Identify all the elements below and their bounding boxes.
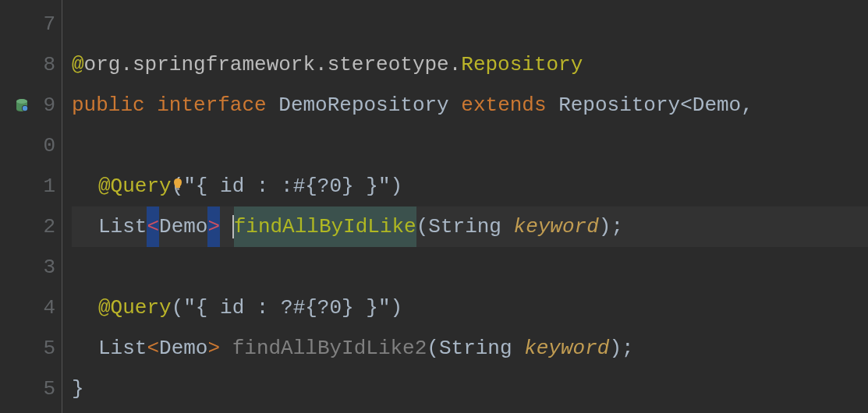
keyword-interface: interface: [157, 85, 266, 125]
query-annotation: @Query: [98, 288, 172, 328]
angle-bracket-open: <: [147, 328, 159, 369]
gutter-row: 3: [0, 247, 55, 288]
query-string: "{ id : :#{?0} }": [183, 166, 390, 206]
param-name: keyword: [524, 328, 609, 369]
line-number: 8: [43, 44, 55, 85]
keyword-public: public: [72, 85, 145, 125]
keyword-extends: extends: [461, 85, 546, 125]
method-name: findAllByIdLike2: [232, 328, 427, 369]
line-number: 1: [43, 166, 55, 206]
svg-point-3: [23, 106, 27, 111]
semicolon: ;: [611, 206, 623, 247]
line-number: 4: [43, 288, 55, 328]
return-type: List: [98, 328, 147, 369]
gutter-row: 5: [0, 328, 55, 369]
line-number: 5: [43, 369, 55, 409]
gutter-row: 0: [0, 125, 55, 166]
line-number: 9: [43, 85, 55, 125]
gutter-row: 2: [0, 206, 55, 247]
code-line[interactable]: [72, 247, 868, 288]
code-line[interactable]: [72, 125, 868, 166]
code-line[interactable]: }: [72, 369, 868, 409]
query-string: "{ id : ?#{?0} }": [183, 288, 390, 328]
gutter-row: 8: [0, 44, 55, 85]
type-param: Demo: [693, 85, 741, 125]
code-line[interactable]: List<Demo> findAllByIdLike2(String keywo…: [72, 328, 868, 369]
code-area[interactable]: @org.springframework.stereotype.Reposito…: [62, 0, 868, 413]
line-number: 0: [43, 125, 55, 166]
angle-bracket-open-highlighted: <: [147, 206, 159, 247]
svg-point-1: [16, 99, 27, 104]
param-type: String: [428, 206, 501, 247]
annotation-class: Repository: [461, 44, 583, 85]
paren-close: ): [390, 288, 402, 328]
line-number: 5: [43, 328, 55, 369]
annotation-fqn: org.springframework.stereotype.: [84, 44, 462, 85]
param-name: keyword: [514, 206, 599, 247]
paren-open: (: [427, 328, 439, 369]
line-number: 7: [43, 4, 55, 44]
annotation-at: @: [72, 44, 84, 85]
paren-close: ): [609, 328, 622, 369]
type-param: Demo: [159, 206, 207, 247]
code-line[interactable]: [72, 409, 868, 413]
paren-open: (: [416, 206, 429, 247]
line-number: 7: [43, 409, 55, 413]
code-line[interactable]: @Query("{ id : :#{?0} }"): [72, 166, 868, 206]
code-line[interactable]: public interface DemoRepository extends …: [72, 85, 868, 125]
gutter-row: 9: [0, 85, 55, 125]
class-name: DemoRepository: [278, 85, 448, 125]
comma: ,: [741, 85, 753, 125]
gutter: 7 8 9 0 1 2 3: [0, 0, 62, 413]
line-number: 3: [43, 247, 55, 288]
database-icon[interactable]: [15, 98, 29, 112]
gutter-row: 5: [0, 369, 55, 409]
paren-close: ): [390, 166, 402, 206]
gutter-row: 1: [0, 166, 55, 206]
semicolon: ;: [622, 328, 634, 369]
line-number: 2: [43, 206, 55, 247]
param-type: String: [439, 328, 512, 369]
gutter-row: 7: [0, 409, 55, 413]
return-type: List: [98, 206, 147, 247]
gutter-row: 4: [0, 288, 55, 328]
gutter-row: 7: [0, 4, 55, 44]
angle-bracket-open: <: [680, 85, 693, 125]
angle-bracket-close: >: [207, 328, 220, 369]
code-line-active[interactable]: List<Demo> findAllByIdLike(String keywor…: [72, 206, 868, 247]
code-line[interactable]: @org.springframework.stereotype.Reposito…: [72, 44, 868, 85]
editor-container: 7 8 9 0 1 2 3: [0, 0, 868, 413]
close-brace: }: [72, 369, 84, 409]
code-line[interactable]: @Query("{ id : ?#{?0} }"): [72, 288, 868, 328]
method-name-highlighted: findAllByIdLike: [234, 206, 416, 247]
svg-rect-4: [176, 188, 179, 190]
base-class: Repository: [558, 85, 680, 125]
type-param: Demo: [159, 328, 207, 369]
paren-open: (: [172, 288, 184, 328]
angle-bracket-close-highlighted: >: [207, 206, 220, 247]
code-line[interactable]: [72, 4, 868, 44]
paren-close: ): [599, 206, 611, 247]
